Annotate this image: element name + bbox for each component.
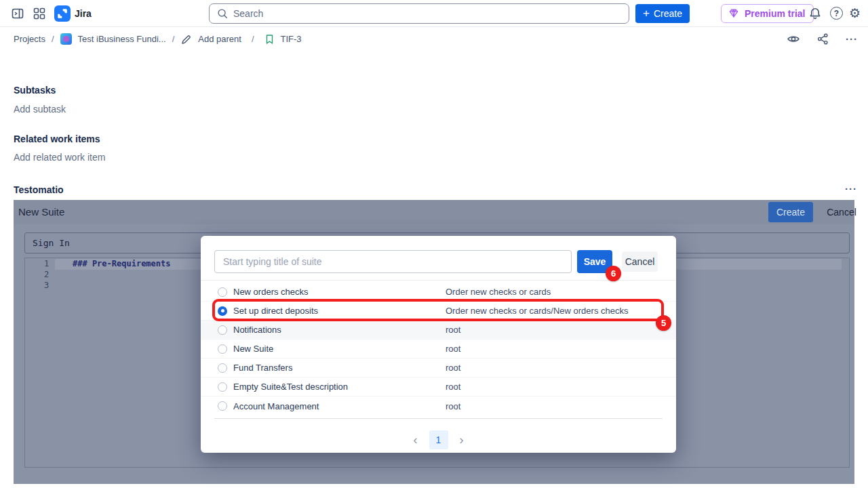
- suite-title-search-input[interactable]: [214, 250, 572, 273]
- annotation-badge-6: 6: [606, 266, 621, 281]
- testomatio-heading: Testomatio: [14, 184, 64, 195]
- issue-actions: ···: [787, 32, 859, 45]
- testomatio-more-icon[interactable]: ···: [845, 183, 857, 195]
- radio-unchecked-icon[interactable]: [218, 382, 227, 392]
- page-next-icon[interactable]: ›: [460, 434, 464, 446]
- app-name: Jira: [75, 8, 92, 19]
- suite-row-notifications[interactable]: Notifications root: [201, 321, 676, 340]
- app-switcher-icon[interactable]: [33, 7, 46, 20]
- modal-divider: [201, 280, 676, 281]
- suite-list: New orders checks Order new checks or ca…: [201, 283, 676, 415]
- top-nav: Jira + Create Premium trial: [0, 0, 868, 27]
- gem-icon: [728, 7, 740, 20]
- suite-create-button[interactable]: Create: [768, 202, 813, 222]
- line-number: 1: [44, 259, 49, 268]
- jira-window: Jira + Create Premium trial: [0, 0, 868, 488]
- radio-unchecked-icon[interactable]: [218, 401, 227, 411]
- sidebar-toggle-icon[interactable]: [11, 7, 24, 20]
- page-number[interactable]: 1: [429, 430, 448, 449]
- breadcrumb-project[interactable]: Test iBusiness Fundi...: [78, 34, 166, 44]
- new-suite-header-bar: New Suite Create Cancel: [14, 200, 854, 224]
- premium-trial-button[interactable]: Premium trial: [721, 4, 814, 23]
- line-number: 2: [44, 270, 49, 279]
- cancel-button[interactable]: Cancel: [622, 251, 658, 272]
- breadcrumb-separator: /: [252, 34, 254, 44]
- breadcrumb-bar: Projects / Test iBusiness Fundi... / Add…: [0, 27, 868, 50]
- global-search[interactable]: [209, 3, 629, 24]
- plus-icon: +: [643, 7, 650, 19]
- line-number: 3: [44, 281, 49, 290]
- breadcrumb: Projects / Test iBusiness Fundi... / Add…: [14, 27, 302, 50]
- watch-eye-icon[interactable]: [787, 32, 800, 45]
- edit-pencil-icon: [180, 34, 192, 45]
- breadcrumb-separator: /: [52, 34, 54, 44]
- related-work-heading: Related work items: [14, 134, 100, 144]
- radio-checked-icon[interactable]: [218, 306, 227, 316]
- suite-row-set-up-direct-deposits[interactable]: Set up direct deposits Order new checks …: [201, 302, 676, 321]
- page-prev-icon[interactable]: ‹: [414, 434, 418, 446]
- radio-unchecked-icon[interactable]: [218, 344, 227, 354]
- radio-unchecked-icon[interactable]: [218, 363, 227, 373]
- radio-unchecked-icon[interactable]: [218, 287, 227, 297]
- project-avatar: [60, 33, 72, 45]
- subtasks-heading: Subtasks: [14, 85, 56, 96]
- add-related-work-link[interactable]: Add related work item: [14, 152, 105, 163]
- search-input[interactable]: [233, 8, 622, 19]
- pagination: ‹ 1 ›: [201, 430, 676, 450]
- suite-row-new-suite[interactable]: New Suite root: [201, 340, 676, 359]
- suite-row-account-management[interactable]: Account Management root: [201, 396, 676, 415]
- suite-picker-modal: Save Cancel 6 New orders checks Order ne…: [201, 236, 676, 453]
- jira-logo-icon[interactable]: [54, 5, 71, 22]
- settings-gear-icon[interactable]: ⚙: [849, 6, 863, 20]
- new-suite-title: New Suite: [18, 206, 64, 218]
- code-text: ### Pre-Requirements: [73, 259, 171, 268]
- suite-row-new-orders-checks[interactable]: New orders checks Order new checks or ca…: [201, 283, 676, 302]
- more-actions-icon[interactable]: ···: [845, 32, 859, 45]
- bookmark-icon: [264, 34, 275, 45]
- suite-cancel-button[interactable]: Cancel: [821, 202, 863, 222]
- breadcrumb-issue-key[interactable]: TIF-3: [281, 34, 302, 44]
- annotation-badge-5: 5: [656, 315, 671, 331]
- suite-row-fund-transfers[interactable]: Fund Transfers root: [201, 359, 676, 378]
- breadcrumb-separator: /: [172, 34, 175, 44]
- breadcrumb-projects[interactable]: Projects: [14, 34, 45, 44]
- create-button[interactable]: + Create: [635, 4, 690, 23]
- share-icon[interactable]: [816, 32, 829, 45]
- search-icon: [216, 7, 229, 20]
- breadcrumb-add-parent[interactable]: Add parent: [198, 34, 241, 44]
- suite-row-empty-suite-test-description[interactable]: Empty Suite&Test description root: [201, 378, 676, 396]
- add-subtask-link[interactable]: Add subtask: [14, 104, 66, 115]
- help-icon[interactable]: ?: [830, 7, 844, 20]
- radio-unchecked-icon[interactable]: [218, 325, 227, 335]
- modal-divider: [214, 418, 663, 419]
- notifications-bell-icon[interactable]: [808, 7, 822, 20]
